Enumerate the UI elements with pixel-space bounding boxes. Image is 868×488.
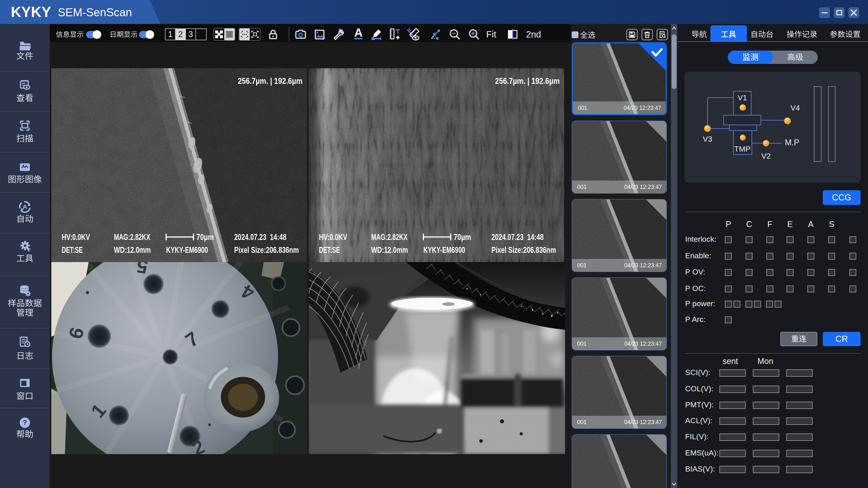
svg-text:KYKY-EM6900: KYKY-EM6900 [166,246,208,255]
svg-text:V3: V3 [703,135,712,143]
svg-text:256.7µm. | 192.6µm: 256.7µm. | 192.6µm [238,76,303,86]
svg-text:M.P: M.P [785,138,799,147]
svg-text:V2: V2 [761,152,771,160]
svg-text:70µm: 70µm [454,232,471,242]
svg-text:256.7µm. | 192.6µm: 256.7µm. | 192.6µm [495,76,560,86]
svg-text:Pixel Size:206.836nm: Pixel Size:206.836nm [234,246,299,255]
svg-text:?: ? [23,418,27,427]
svg-text:2024.07.23 14:48: 2024.07.23 14:48 [491,232,544,242]
svg-text:MAG:2.82KX: MAG:2.82KX [114,232,150,242]
svg-text:KYKY-EM6900: KYKY-EM6900 [423,246,465,255]
svg-text:MAG:2.82KX: MAG:2.82KX [371,232,408,242]
svg-text:Pixel Size:206.836nm: Pixel Size:206.836nm [491,246,556,255]
svg-text:70µm: 70µm [196,232,214,242]
svg-text:WD:12.0mm: WD:12.0mm [371,246,408,255]
svg-text:WD:12.0mm: WD:12.0mm [114,246,151,255]
svg-text:V4: V4 [790,103,800,112]
svg-text:V1: V1 [738,93,747,102]
svg-text:HV:0.0KV: HV:0.0KV [62,232,90,242]
svg-text:HV:0.0KV: HV:0.0KV [319,232,347,242]
svg-text:DET:SE: DET:SE [319,246,340,255]
svg-text:A: A [23,203,27,210]
svg-text:TMP: TMP [734,144,750,153]
svg-text:DET:SE: DET:SE [62,246,83,255]
svg-text:2024.07.23 14:48: 2024.07.23 14:48 [234,232,286,242]
